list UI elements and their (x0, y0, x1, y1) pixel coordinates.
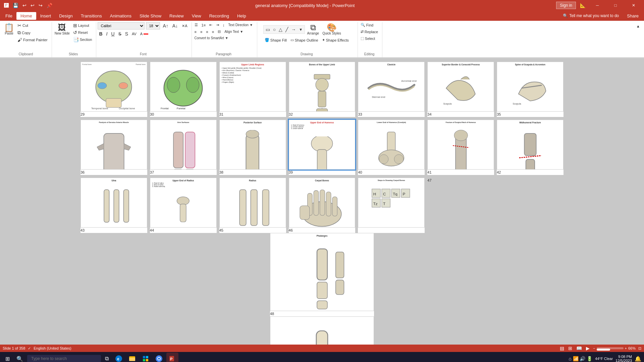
slide-thumb-32[interactable]: Bones of the Upper Limb (289, 62, 356, 117)
slide-thumb-46[interactable]: Carpal Bones (289, 178, 356, 233)
normal-view-btn[interactable]: ▤ (559, 345, 565, 352)
shape-effects-btn[interactable]: ✦Shape Effects (321, 37, 350, 43)
reset-button[interactable]: ↺ Reset (72, 29, 94, 36)
bold-button[interactable]: B (98, 31, 104, 37)
slide-thumb-34[interactable]: Superior Border & Coracoid Process Scapu… (427, 62, 494, 117)
menu-help[interactable]: Help (233, 12, 250, 20)
format-painter-button[interactable]: 🖌 Format Painter (16, 37, 49, 43)
decrease-font-btn[interactable]: A↓ (171, 22, 179, 29)
save-quick-btn[interactable]: 💾 (11, 2, 20, 9)
slide-thumb-31[interactable]: Upper Limb Regions • Upper limb girdle (… (219, 62, 286, 117)
slide-thumb-49[interactable]: 49 (270, 316, 374, 345)
menu-insert[interactable]: Insert (36, 12, 55, 20)
slide-thumb-41[interactable]: Fracture of Surgical Neck of Humerus 41 (427, 120, 494, 175)
align-center-btn[interactable]: ≡ (199, 29, 204, 35)
find-button[interactable]: 🔍Find (359, 22, 375, 28)
menu-file[interactable]: File (1, 12, 16, 20)
decrease-indent-btn[interactable]: ⇤ (208, 22, 214, 28)
slide-panel[interactable]: Frontal boneParietal bone Temporal bone … (0, 58, 644, 345)
menu-recording[interactable]: Recording (205, 12, 233, 20)
ribbon-display-btn[interactable]: 📐 (579, 2, 587, 9)
justify-btn[interactable]: ≡ (211, 29, 215, 35)
slide-sorter-btn[interactable]: ⊞ (568, 345, 573, 352)
undo2-quick-btn[interactable]: ↩ (29, 2, 36, 9)
menu-home[interactable]: Home (16, 12, 36, 20)
fit-slide-btn[interactable]: ⊡ (638, 346, 641, 351)
paste-button[interactable]: 📋 Paste (3, 22, 15, 37)
menu-animations[interactable]: Animations (106, 12, 136, 20)
slide-thumb-45[interactable]: Radius Anterior Medial Posterior (219, 178, 286, 233)
numbering-btn[interactable]: 1≡ (200, 22, 207, 28)
share-btn[interactable]: Share (623, 12, 643, 20)
shadow-button[interactable]: S (124, 31, 129, 37)
italic-button[interactable]: I (105, 31, 109, 37)
char-spacing-button[interactable]: AV (130, 31, 138, 37)
taskbar-chrome-app[interactable] (153, 353, 165, 362)
slide-thumb-47[interactable]: Steps in Drawing Carpal Bones H C Tq (358, 178, 425, 233)
strikethrough-button[interactable]: S̶ (117, 31, 123, 37)
text-direction-btn[interactable]: Text Direction ▼ (227, 22, 254, 27)
slide-thumb-30[interactable]: Frontal Parietal 30 (150, 62, 217, 117)
select-button[interactable]: ⬚Select (359, 36, 377, 41)
collapse-ribbon-btn[interactable]: ▲ (635, 23, 641, 29)
triangle-tool[interactable]: △ (277, 26, 284, 33)
slide-thumb-43[interactable]: Ulna Anterior Lateral Posterior (80, 178, 147, 233)
menu-review[interactable]: Review (165, 12, 188, 20)
minimize-btn[interactable]: ─ (590, 0, 605, 11)
increase-indent-btn[interactable]: ⇥ (215, 22, 220, 28)
copy-button[interactable]: ⧉ Copy (16, 29, 49, 36)
slide-thumb-37[interactable]: Arm Surfaces Anterior Posterior (150, 120, 217, 175)
align-text-btn[interactable]: Align Text ▼ (223, 29, 245, 34)
slide-thumb-29[interactable]: Frontal boneParietal bone Temporal bone … (80, 62, 147, 117)
rect-tool[interactable]: ▭ (264, 26, 271, 33)
underline-button[interactable]: U (110, 31, 116, 37)
font-family-select[interactable]: Calibri (98, 22, 145, 29)
maximize-btn[interactable]: □ (608, 0, 623, 11)
taskbar-powerpoint-app[interactable]: P (166, 353, 178, 362)
slide-thumb-36[interactable]: Paralysis of Serratus Anterior Muscle 36 (80, 120, 147, 175)
start-button[interactable]: ⊞ (3, 354, 12, 362)
taskbar-edge-app[interactable]: e (113, 353, 125, 362)
tell-me-box[interactable]: 🔍Tell me what you want to do (563, 13, 619, 18)
arrange-button[interactable]: ⧉ Arrange (306, 22, 320, 37)
smart-art-btn[interactable]: Convert to SmartArt ▼ (193, 36, 230, 41)
redo-quick-btn[interactable]: ↪ (37, 2, 44, 9)
slide-thumb-39[interactable]: Upper End of Humerus 1. Head of humerus … (289, 120, 356, 175)
slide-thumb-35[interactable]: Spine of Scapula & Acromion Scapula 35 (497, 62, 564, 117)
new-slide-button[interactable]: 🖼 New Slide (53, 22, 71, 37)
oval-tool[interactable]: ○ (272, 26, 277, 33)
more-shapes-btn[interactable]: ▼ (298, 27, 304, 32)
customize-quick-btn[interactable]: 📌 (45, 2, 54, 9)
taskbar-store-app[interactable] (140, 353, 152, 362)
font-color-btn[interactable]: A (139, 31, 150, 37)
taskbar-explorer-app[interactable] (126, 353, 138, 362)
slide-thumb-38[interactable]: Posterior Surface 38 (219, 120, 286, 175)
clock[interactable]: 9:08 PM 12/5/2023 (615, 355, 632, 362)
line-tool[interactable]: ╱ (284, 26, 289, 33)
slide-thumb-33[interactable]: Clavicle Sternal end Acromial end 33 (358, 62, 425, 117)
menu-design[interactable]: Design (55, 12, 76, 20)
increase-font-btn[interactable]: A↑ (161, 22, 169, 29)
menu-slideshow[interactable]: Slide Show (136, 12, 165, 20)
notification-btn[interactable]: 🔔 (635, 356, 641, 362)
zoom-out-btn[interactable]: − (593, 346, 595, 350)
reading-view-btn[interactable]: 📖 (576, 345, 583, 352)
layout-button[interactable]: ⊞ Layout (72, 22, 94, 29)
font-size-select[interactable]: 18 (146, 22, 160, 29)
taskbar-search-input[interactable] (27, 355, 101, 362)
align-right-btn[interactable]: ≡ (205, 29, 209, 35)
quick-styles-button[interactable]: 🎨 Quick Styles (321, 22, 342, 37)
arrow-tool[interactable]: → (290, 26, 297, 33)
align-left-btn[interactable]: ≡ (193, 29, 198, 35)
slide-thumb-40[interactable]: Lower End of Humerus (Condyle) 40 (358, 120, 425, 175)
slide-show-btn[interactable]: ▶ (585, 345, 590, 352)
slide-thumb-48[interactable]: Phalanges 48 (270, 233, 374, 316)
slide-thumb-44[interactable]: Upper End of Radius 1. Head of radius 2.… (150, 178, 217, 233)
close-btn[interactable]: ✕ (626, 0, 641, 11)
line-spacing-btn[interactable]: ↕ (221, 22, 226, 28)
columns-btn[interactable]: ⊟ (216, 29, 222, 35)
cut-button[interactable]: ✂ Cut (16, 22, 49, 29)
shape-outline-btn[interactable]: ▭Shape Outline (289, 37, 320, 43)
menu-view[interactable]: View (188, 12, 205, 20)
sign-in-button[interactable]: Sign in (556, 2, 576, 9)
